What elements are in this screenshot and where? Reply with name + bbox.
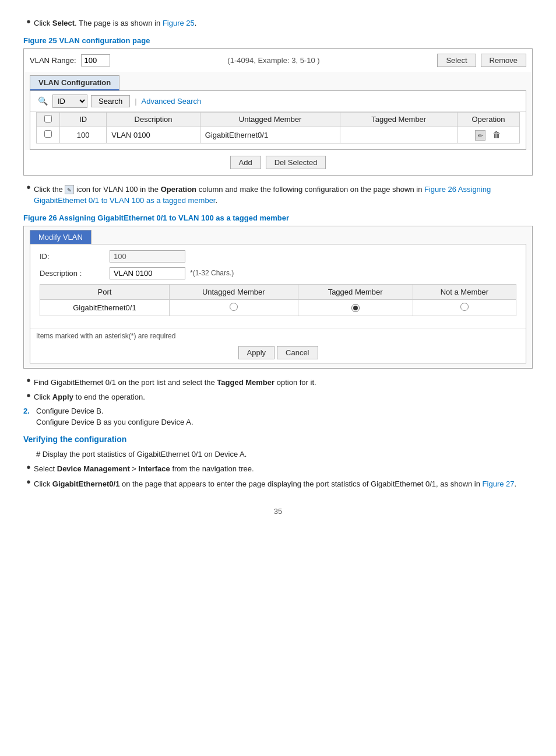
vlan-config-table-wrapper: 🔍 ID Description Search | Advanced Searc… [30,90,526,150]
apply-bold: Apply [52,393,73,401]
row-checkbox[interactable] [44,130,52,138]
vlan-range-label: VLAN Range: [30,56,76,65]
verify-bullet1: • Select Device Management > Interface f… [23,463,533,475]
tagged-radio-cell [298,299,413,316]
verify-bullet2-text: Click GigabitEthernet0/1 on the page tha… [34,478,533,490]
bullet-dot-3: • [23,376,34,386]
section-verify-heading: Verifying the configuration [23,435,533,444]
apply-cancel-row: Apply Cancel [30,342,526,363]
bullet2-text: Click the ✎ icon for VLAN 100 in the Ope… [34,184,533,206]
radio-inner [353,306,358,310]
id-input[interactable] [110,250,185,262]
search-row: 🔍 ID Description Search | Advanced Searc… [30,91,526,112]
apply-button[interactable]: Apply [238,346,275,359]
vlan-range-row: VLAN Range: (1-4094, Example: 3, 5-10 ) … [24,49,532,72]
figure26-title: Figure 26 Assigning GigabitEthernet 0/1 … [23,214,533,222]
modify-vlan-tab-area: Modify VLAN [24,226,532,244]
col-header-id: ID [60,112,107,127]
verify-bullet2: • Click GigabitEthernet0/1 on the page t… [23,478,533,490]
select-bold: Select [52,19,75,27]
vlan-config-tab[interactable]: VLAN Configuration [30,75,119,90]
search-icon: 🔍 [36,94,49,107]
operation-edit-icon: ✎ [65,185,74,194]
row-tagged-cell [340,127,458,143]
modify-vlan-form: ID: Description : *(1-32 Chars.) Port Un… [30,244,526,326]
numbered2-sub: Configure Device B as you configure Devi… [36,418,533,426]
id-label: ID: [40,252,110,261]
device-mgmt-bold: Device Management [57,464,130,473]
row-op-cell: ✏ 🗑 [458,127,520,143]
del-selected-button[interactable]: Del Selected [266,156,326,169]
col-tagged-member: Tagged Member [298,284,413,299]
desc-hint: *(1-32 Chars.) [190,269,234,277]
table-row: 100 VLAN 0100 GigabitEthernet0/1 ✏ 🗑 [37,127,520,143]
figure25-title: Figure 25 VLAN configuration page [23,36,533,45]
col-header-checkbox [37,112,60,127]
add-button[interactable]: Add [230,156,261,169]
member-table: Port Untagged Member Tagged Member Not a… [40,284,516,316]
find-port-bullet: • Find GigabitEthernet 0/1 on the port l… [23,377,533,388]
numbered-item-2: 2. Configure Device B. [23,407,533,415]
notmember-radio-cell [413,299,516,316]
gige-link: GigabitEthernet0/1 [52,480,120,488]
col-header-operation: Operation [458,112,520,127]
col-header-tagged: Tagged Member [340,112,458,127]
figure26-link[interactable]: Figure 26 Assigning GigabitEthernet 0/1 … [34,185,491,205]
col-not-member: Not a Member [413,284,516,299]
advanced-search-link[interactable]: Advanced Search [142,97,202,106]
cancel-button[interactable]: Cancel [277,346,318,359]
col-header-untagged: Untagged Member [200,112,340,127]
figure25-link[interactable]: Figure 25 [163,19,195,27]
id-form-row: ID: [40,250,516,262]
untagged-radio[interactable] [230,303,238,311]
page-number: 35 [23,507,533,516]
bullet-dot-v1: • [23,462,34,473]
row-untagged-cell: GigabitEthernet0/1 [200,127,340,143]
col-port: Port [40,284,170,299]
member-table-row: GigabitEthernet0/1 [40,299,516,316]
figure25-box: VLAN Range: (1-4094, Example: 3, 5-10 ) … [23,48,533,176]
port-cell: GigabitEthernet0/1 [40,299,170,316]
desc-input[interactable] [110,267,185,279]
numbered-dot-2: 2. [23,407,36,415]
bullet-dot-4: • [23,390,34,401]
search-button[interactable]: Search [91,95,130,107]
operation-bold: Operation [161,185,196,194]
vlan-table: ID Description Untagged Member Tagged Me… [36,112,520,144]
vlan-range-hint: (1-4094, Example: 3, 5-10 ) [115,56,433,65]
desc-label: Description : [40,269,110,278]
modify-vlan-tab[interactable]: Modify VLAN [30,230,92,244]
add-del-row: Add Del Selected [24,150,532,175]
notmember-radio[interactable] [460,303,469,311]
untagged-radio-cell [169,299,298,316]
tagged-radio[interactable] [351,304,360,312]
bullet-dot-v2: • [23,477,34,488]
numbered2-text: Configure Device B. [36,407,104,415]
row-checkbox-cell [37,127,60,143]
figure27-link[interactable]: Figure 27 [483,480,515,488]
vlan-config-tab-area: VLAN Configuration [24,72,532,90]
delete-icon[interactable]: 🗑 [491,130,502,140]
modify-vlan-form-wrapper: ID: Description : *(1-32 Chars.) Port Un… [30,244,526,363]
remove-button[interactable]: Remove [481,54,526,67]
select-all-checkbox[interactable] [44,115,52,123]
vlan-range-input[interactable] [81,54,110,66]
click-apply-bullet: • Click Apply to end the operation. [23,391,533,403]
col-untagged-member: Untagged Member [169,284,298,299]
row-id-cell: 100 [60,127,107,143]
figure26-box: Modify VLAN ID: Description : *(1-32 Cha… [23,226,533,369]
desc-form-row: Description : *(1-32 Chars.) [40,267,516,279]
bullet-dot-1: • [23,16,34,27]
find-port-text: Find GigabitEthernet 0/1 on the port lis… [34,377,533,388]
row-desc-cell: VLAN 0100 [107,127,200,143]
select-button[interactable]: Select [437,54,476,67]
verify-bullet1-text: Select Device Management > Interface fro… [34,463,533,475]
edit-icon[interactable]: ✏ [475,130,485,141]
required-note: Items marked with an asterisk(*) are req… [30,328,526,342]
bullet-dot-2: • [23,183,34,193]
col-header-desc: Description [107,112,200,127]
vlan-table-container: ID Description Untagged Member Tagged Me… [30,112,526,149]
search-dropdown[interactable]: ID Description [52,94,87,108]
verify-text: # Display the port statistics of Gigabit… [36,449,533,460]
intro-bullet1: • Click Select. The page is as shown in … [23,18,533,29]
